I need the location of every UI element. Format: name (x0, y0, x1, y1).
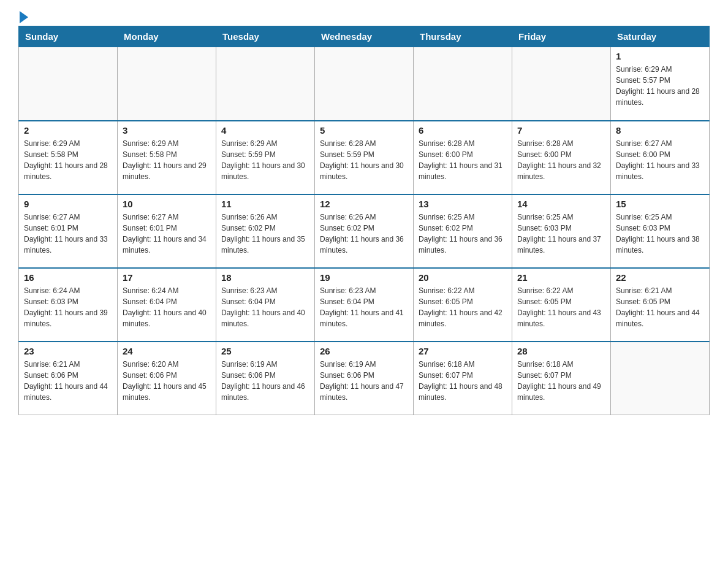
calendar-cell: 20Sunrise: 6:22 AMSunset: 6:05 PMDayligh… (414, 268, 512, 342)
day-info: Sunrise: 6:22 AMSunset: 6:05 PMDaylight:… (419, 285, 507, 329)
calendar-cell: 26Sunrise: 6:19 AMSunset: 6:06 PMDayligh… (315, 342, 414, 415)
day-info: Sunrise: 6:19 AMSunset: 6:06 PMDaylight:… (221, 359, 309, 403)
calendar-cell: 10Sunrise: 6:27 AMSunset: 6:01 PMDayligh… (118, 194, 216, 268)
calendar-week-row: 9Sunrise: 6:27 AMSunset: 6:01 PMDaylight… (19, 194, 710, 268)
day-info: Sunrise: 6:24 AMSunset: 6:04 PMDaylight:… (123, 285, 211, 329)
day-info: Sunrise: 6:27 AMSunset: 6:01 PMDaylight:… (123, 212, 211, 256)
day-number: 1 (616, 51, 704, 61)
day-number: 22 (616, 272, 704, 283)
day-number: 2 (24, 125, 112, 136)
day-header-saturday: Saturday (611, 26, 710, 47)
calendar-week-row: 1Sunrise: 6:29 AMSunset: 5:57 PMDaylight… (19, 47, 710, 121)
day-info: Sunrise: 6:25 AMSunset: 6:03 PMDaylight:… (616, 212, 704, 256)
day-number: 5 (320, 125, 408, 136)
calendar-cell: 17Sunrise: 6:24 AMSunset: 6:04 PMDayligh… (118, 268, 216, 342)
day-number: 17 (123, 272, 211, 283)
day-header-tuesday: Tuesday (216, 26, 315, 47)
calendar-cell: 7Sunrise: 6:28 AMSunset: 6:00 PMDaylight… (512, 121, 611, 194)
calendar-cell: 25Sunrise: 6:19 AMSunset: 6:06 PMDayligh… (216, 342, 315, 415)
day-number: 18 (221, 272, 309, 283)
day-header-wednesday: Wednesday (315, 26, 414, 47)
calendar-cell: 24Sunrise: 6:20 AMSunset: 6:06 PMDayligh… (118, 342, 216, 415)
calendar-cell: 19Sunrise: 6:23 AMSunset: 6:04 PMDayligh… (315, 268, 414, 342)
day-header-friday: Friday (512, 26, 611, 47)
calendar-cell: 6Sunrise: 6:28 AMSunset: 6:00 PMDaylight… (414, 121, 512, 194)
day-header-thursday: Thursday (414, 26, 512, 47)
calendar-cell: 1Sunrise: 6:29 AMSunset: 5:57 PMDaylight… (611, 47, 710, 121)
calendar-cell: 5Sunrise: 6:28 AMSunset: 5:59 PMDaylight… (315, 121, 414, 194)
day-info: Sunrise: 6:28 AMSunset: 6:00 PMDaylight:… (517, 138, 605, 182)
day-number: 12 (320, 199, 408, 209)
day-number: 24 (123, 346, 211, 356)
day-info: Sunrise: 6:24 AMSunset: 6:03 PMDaylight:… (24, 285, 112, 329)
day-number: 9 (24, 199, 112, 209)
day-info: Sunrise: 6:27 AMSunset: 6:00 PMDaylight:… (616, 138, 704, 182)
calendar-cell: 23Sunrise: 6:21 AMSunset: 6:06 PMDayligh… (19, 342, 118, 415)
calendar-cell (512, 47, 611, 121)
calendar-cell (19, 47, 118, 121)
calendar-cell: 28Sunrise: 6:18 AMSunset: 6:07 PMDayligh… (512, 342, 611, 415)
day-info: Sunrise: 6:18 AMSunset: 6:07 PMDaylight:… (517, 359, 605, 403)
day-info: Sunrise: 6:22 AMSunset: 6:05 PMDaylight:… (517, 285, 605, 329)
calendar-cell (118, 47, 216, 121)
day-info: Sunrise: 6:26 AMSunset: 6:02 PMDaylight:… (320, 212, 408, 256)
day-info: Sunrise: 6:28 AMSunset: 6:00 PMDaylight:… (419, 138, 507, 182)
calendar-week-row: 2Sunrise: 6:29 AMSunset: 5:58 PMDaylight… (19, 121, 710, 194)
calendar-week-row: 16Sunrise: 6:24 AMSunset: 6:03 PMDayligh… (19, 268, 710, 342)
day-number: 13 (419, 199, 507, 209)
day-info: Sunrise: 6:20 AMSunset: 6:06 PMDaylight:… (123, 359, 211, 403)
calendar-cell: 16Sunrise: 6:24 AMSunset: 6:03 PMDayligh… (19, 268, 118, 342)
day-number: 4 (221, 125, 309, 136)
day-number: 11 (221, 199, 309, 209)
day-number: 20 (419, 272, 507, 283)
day-number: 10 (123, 199, 211, 209)
page-header (18, 12, 710, 20)
day-number: 16 (24, 272, 112, 283)
calendar-cell: 2Sunrise: 6:29 AMSunset: 5:58 PMDaylight… (19, 121, 118, 194)
calendar-cell: 27Sunrise: 6:18 AMSunset: 6:07 PMDayligh… (414, 342, 512, 415)
calendar-cell (315, 47, 414, 121)
calendar-cell: 12Sunrise: 6:26 AMSunset: 6:02 PMDayligh… (315, 194, 414, 268)
day-info: Sunrise: 6:29 AMSunset: 5:58 PMDaylight:… (24, 138, 112, 182)
day-info: Sunrise: 6:18 AMSunset: 6:07 PMDaylight:… (419, 359, 507, 403)
calendar-cell: 21Sunrise: 6:22 AMSunset: 6:05 PMDayligh… (512, 268, 611, 342)
day-number: 6 (419, 125, 507, 136)
calendar-cell (414, 47, 512, 121)
calendar-cell: 15Sunrise: 6:25 AMSunset: 6:03 PMDayligh… (611, 194, 710, 268)
day-info: Sunrise: 6:29 AMSunset: 5:58 PMDaylight:… (123, 138, 211, 182)
day-info: Sunrise: 6:26 AMSunset: 6:02 PMDaylight:… (221, 212, 309, 256)
calendar-cell: 3Sunrise: 6:29 AMSunset: 5:58 PMDaylight… (118, 121, 216, 194)
calendar-header-row: SundayMondayTuesdayWednesdayThursdayFrid… (19, 26, 710, 47)
calendar-cell: 13Sunrise: 6:25 AMSunset: 6:02 PMDayligh… (414, 194, 512, 268)
calendar-cell: 22Sunrise: 6:21 AMSunset: 6:05 PMDayligh… (611, 268, 710, 342)
day-info: Sunrise: 6:29 AMSunset: 5:59 PMDaylight:… (221, 138, 309, 182)
calendar-cell (611, 342, 710, 415)
day-info: Sunrise: 6:25 AMSunset: 6:02 PMDaylight:… (419, 212, 507, 256)
calendar-cell: 9Sunrise: 6:27 AMSunset: 6:01 PMDaylight… (19, 194, 118, 268)
day-number: 27 (419, 346, 507, 356)
day-number: 8 (616, 125, 704, 136)
day-info: Sunrise: 6:28 AMSunset: 5:59 PMDaylight:… (320, 138, 408, 182)
calendar-cell: 4Sunrise: 6:29 AMSunset: 5:59 PMDaylight… (216, 121, 315, 194)
calendar-cell: 18Sunrise: 6:23 AMSunset: 6:04 PMDayligh… (216, 268, 315, 342)
day-number: 15 (616, 199, 704, 209)
day-info: Sunrise: 6:19 AMSunset: 6:06 PMDaylight:… (320, 359, 408, 403)
calendar-table: SundayMondayTuesdayWednesdayThursdayFrid… (18, 26, 710, 415)
day-number: 3 (123, 125, 211, 136)
calendar-cell: 14Sunrise: 6:25 AMSunset: 6:03 PMDayligh… (512, 194, 611, 268)
day-info: Sunrise: 6:29 AMSunset: 5:57 PMDaylight:… (616, 64, 704, 108)
day-number: 19 (320, 272, 408, 283)
day-info: Sunrise: 6:23 AMSunset: 6:04 PMDaylight:… (320, 285, 408, 329)
day-info: Sunrise: 6:21 AMSunset: 6:06 PMDaylight:… (24, 359, 112, 403)
day-info: Sunrise: 6:27 AMSunset: 6:01 PMDaylight:… (24, 212, 112, 256)
day-number: 21 (517, 272, 605, 283)
calendar-cell (216, 47, 315, 121)
calendar-cell: 11Sunrise: 6:26 AMSunset: 6:02 PMDayligh… (216, 194, 315, 268)
day-header-sunday: Sunday (19, 26, 118, 47)
calendar-cell: 8Sunrise: 6:27 AMSunset: 6:00 PMDaylight… (611, 121, 710, 194)
day-number: 14 (517, 199, 605, 209)
day-info: Sunrise: 6:21 AMSunset: 6:05 PMDaylight:… (616, 285, 704, 329)
logo (18, 12, 28, 20)
calendar-week-row: 23Sunrise: 6:21 AMSunset: 6:06 PMDayligh… (19, 342, 710, 415)
day-info: Sunrise: 6:23 AMSunset: 6:04 PMDaylight:… (221, 285, 309, 329)
